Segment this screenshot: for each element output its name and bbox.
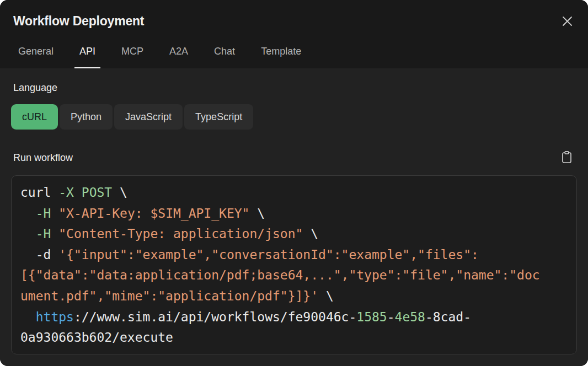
dialog-body: Language cURLPythonJavaScriptTypeScript …: [0, 68, 588, 366]
tab-template[interactable]: Template: [256, 45, 306, 68]
workflow-deployment-dialog: Workflow Deployment GeneralAPIMCPA2AChat…: [0, 0, 588, 366]
code-line: curl -X POST \: [20, 182, 568, 203]
tab-bar: GeneralAPIMCPA2AChatTemplate: [13, 45, 575, 68]
run-workflow-label: Run workflow: [13, 152, 73, 164]
language-selector: cURLPythonJavaScriptTypeScript: [11, 104, 577, 130]
code-line: [{"data":"data:application/pdf;base64,..…: [20, 265, 568, 286]
clipboard-icon: [561, 150, 573, 165]
tab-general[interactable]: General: [13, 45, 58, 68]
code-line: -H "X-API-Key: $SIM_API_KEY" \: [20, 203, 568, 224]
code-line: -H "Content-Type: application/json" \: [20, 224, 568, 245]
copy-button[interactable]: [559, 150, 574, 165]
language-option-javascript[interactable]: JavaScript: [114, 104, 183, 130]
tab-mcp[interactable]: MCP: [116, 45, 148, 68]
language-option-python[interactable]: Python: [60, 104, 113, 130]
code-line: ument.pdf","mime":"application/pdf"}]}' …: [20, 286, 568, 307]
code-line: https://www.sim.ai/api/workflows/fe90046…: [20, 307, 568, 328]
language-option-curl[interactable]: cURL: [11, 104, 58, 130]
close-icon: [562, 16, 573, 28]
language-label: Language: [13, 82, 575, 94]
language-option-typescript[interactable]: TypeScript: [184, 104, 253, 130]
tab-a2a[interactable]: A2A: [164, 45, 193, 68]
tab-api[interactable]: API: [74, 45, 100, 68]
dialog-title: Workflow Deployment: [13, 14, 575, 28]
close-button[interactable]: [560, 15, 574, 29]
code-block: curl -X POST \ -H "X-API-Key: $SIM_API_K…: [11, 175, 577, 354]
dialog-header: Workflow Deployment GeneralAPIMCPA2AChat…: [0, 0, 588, 68]
run-workflow-row: Run workflow: [13, 150, 575, 165]
tab-chat[interactable]: Chat: [209, 45, 240, 68]
code-line: -d '{"input":"example","conversationId":…: [20, 245, 568, 266]
code-line: 0a930663b602/execute: [20, 327, 568, 348]
